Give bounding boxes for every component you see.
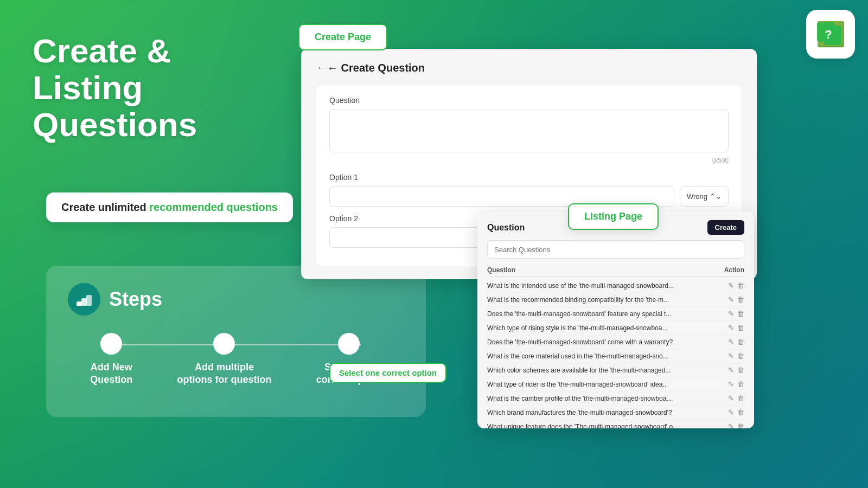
- edit-icon-8[interactable]: ✎: [728, 394, 734, 402]
- step-dot-2: [213, 333, 235, 355]
- quiz-icon: ?: [814, 18, 847, 50]
- create-page-tab[interactable]: Create Page: [298, 24, 387, 50]
- table-row: What is the camber profile of the 'the-m…: [487, 391, 744, 406]
- table-row-actions-0: ✎ 🗑: [728, 281, 744, 290]
- table-row-question-0: What is the intended use of the 'the-mul…: [487, 282, 715, 290]
- edit-icon-5[interactable]: ✎: [728, 352, 734, 360]
- table-row: Which type of rising style is the 'the-m…: [487, 321, 744, 335]
- col-question-header: Question: [487, 266, 515, 274]
- delete-icon-1[interactable]: 🗑: [737, 296, 744, 304]
- table-row-question-1: What is the recommended binding compatib…: [487, 296, 715, 304]
- table-row-question-6: Which color schemes are available for th…: [487, 367, 715, 374]
- edit-icon-7[interactable]: ✎: [728, 380, 734, 388]
- option1-status-label: Wrong: [687, 192, 707, 201]
- delete-icon-3[interactable]: 🗑: [737, 324, 744, 332]
- table-row-actions-2: ✎ 🗑: [728, 310, 744, 318]
- option1-row: Wrong ⌃⌄: [329, 186, 729, 207]
- table-row-question-10: What unique feature does the 'The-multi-…: [487, 423, 715, 429]
- table-header: Question Action: [487, 264, 744, 277]
- delete-icon-5[interactable]: 🗑: [737, 352, 744, 360]
- svg-rect-4: [81, 298, 87, 306]
- panel-title: ← Create Question: [327, 62, 425, 74]
- table-row: What is the core material used in the 't…: [487, 349, 744, 363]
- step-item-1: Add NewQuestion: [90, 333, 132, 387]
- table-row: Does the 'the-multi-managed-snowboard' c…: [487, 335, 744, 349]
- table-row: Which brand manufactures the 'the-multi-…: [487, 406, 744, 420]
- char-count: 0/500: [329, 157, 729, 164]
- select-option-label: Select one correct option: [329, 363, 446, 383]
- delete-icon-8[interactable]: 🗑: [737, 394, 744, 402]
- back-arrow-icon[interactable]: ←: [316, 62, 326, 74]
- table-row-actions-4: ✎ 🗑: [728, 338, 744, 346]
- svg-rect-3: [76, 301, 82, 306]
- listing-panel: Question Create Question Action What is …: [477, 211, 754, 428]
- steps-title: Steps: [109, 288, 162, 311]
- edit-icon-3[interactable]: ✎: [728, 324, 734, 332]
- edit-icon-9[interactable]: ✎: [728, 408, 734, 416]
- svg-rect-5: [86, 295, 92, 306]
- option1-label: Option 1: [329, 173, 729, 182]
- question-label: Question: [329, 96, 729, 105]
- delete-icon-9[interactable]: 🗑: [737, 408, 744, 416]
- edit-icon-10[interactable]: ✎: [728, 422, 734, 428]
- panel-header: ← ← Create Question: [316, 62, 742, 74]
- step-label-1: Add NewQuestion: [90, 361, 132, 387]
- edit-icon-6[interactable]: ✎: [728, 366, 734, 374]
- banner-bold-text: Create unlimited: [61, 201, 146, 213]
- table-row-actions-10: ✎ 🗑: [728, 422, 744, 428]
- table-row-actions-5: ✎ 🗑: [728, 352, 744, 360]
- select-option-text: Select one correct option: [339, 368, 437, 377]
- step-dot-1: [100, 333, 122, 355]
- step-dot-3: [338, 333, 360, 355]
- table-row-question-4: Does the 'the-multi-managed-snowboard' c…: [487, 338, 715, 346]
- table-row-actions-8: ✎ 🗑: [728, 394, 744, 402]
- delete-icon-10[interactable]: 🗑: [737, 422, 744, 428]
- steps-icon: [68, 283, 100, 316]
- hero-title: Create & Listing Questions: [33, 33, 197, 144]
- edit-icon-4[interactable]: ✎: [728, 338, 734, 346]
- table-row: Which color schemes are available for th…: [487, 363, 744, 377]
- step-label-2: Add multipleoptions for question: [177, 361, 272, 387]
- unlimited-banner: Create unlimited recommended questions: [46, 192, 293, 222]
- edit-icon-1[interactable]: ✎: [728, 296, 734, 304]
- delete-icon-6[interactable]: 🗑: [737, 366, 744, 374]
- table-row-actions-6: ✎ 🗑: [728, 366, 744, 374]
- table-row-question-5: What is the core material used in the 't…: [487, 352, 715, 360]
- table-row-question-3: Which type of rising style is the 'the-m…: [487, 324, 715, 332]
- delete-icon-2[interactable]: 🗑: [737, 310, 744, 318]
- search-questions-input[interactable]: [487, 240, 744, 259]
- table-row-actions-1: ✎ 🗑: [728, 296, 744, 304]
- listing-page-tab[interactable]: Listing Page: [568, 203, 659, 230]
- question-textarea[interactable]: [329, 109, 729, 152]
- table-row-actions-3: ✎ 🗑: [728, 324, 744, 332]
- table-row-actions-9: ✎ 🗑: [728, 408, 744, 416]
- table-row: What is the intended use of the 'the-mul…: [487, 279, 744, 293]
- app-icon: 🟩 ?: [806, 10, 855, 59]
- table-row-question-2: Does the 'the-multi-managed-snowboard' f…: [487, 310, 715, 318]
- question-table-body: What is the intended use of the 'the-mul…: [487, 279, 744, 428]
- steps-card: Steps Add NewQuestion Add multipleoption…: [46, 266, 426, 417]
- delete-icon-0[interactable]: 🗑: [737, 281, 744, 290]
- edit-icon-2[interactable]: ✎: [728, 310, 734, 318]
- table-row-question-9: Which brand manufactures the 'the-multi-…: [487, 409, 715, 416]
- option1-chevron-icon: ⌃⌄: [710, 192, 722, 201]
- delete-icon-7[interactable]: 🗑: [737, 380, 744, 388]
- svg-text:?: ?: [825, 28, 832, 41]
- col-action-header: Action: [724, 266, 744, 274]
- table-row: Does the 'the-multi-managed-snowboard' f…: [487, 307, 744, 321]
- steps-stair-icon: [75, 291, 93, 308]
- banner-green-text: recommended questions: [149, 201, 278, 213]
- table-row: What type of rider is the 'the-multi-man…: [487, 377, 744, 391]
- step-item-2: Add multipleoptions for question: [177, 333, 272, 387]
- delete-icon-4[interactable]: 🗑: [737, 338, 744, 346]
- table-row-question-7: What type of rider is the 'the-multi-man…: [487, 381, 715, 388]
- edit-icon-0[interactable]: ✎: [728, 281, 734, 290]
- table-row-question-8: What is the camber profile of the 'the-m…: [487, 395, 715, 402]
- table-row: What unique feature does the 'The-multi-…: [487, 420, 744, 428]
- listing-panel-title: Question: [487, 223, 525, 233]
- listing-create-button[interactable]: Create: [707, 220, 744, 235]
- create-page-tab-label: Create Page: [315, 31, 371, 42]
- table-row: What is the recommended binding compatib…: [487, 293, 744, 307]
- option1-status-select[interactable]: Wrong ⌃⌄: [680, 186, 729, 207]
- listing-page-tab-label: Listing Page: [584, 211, 642, 222]
